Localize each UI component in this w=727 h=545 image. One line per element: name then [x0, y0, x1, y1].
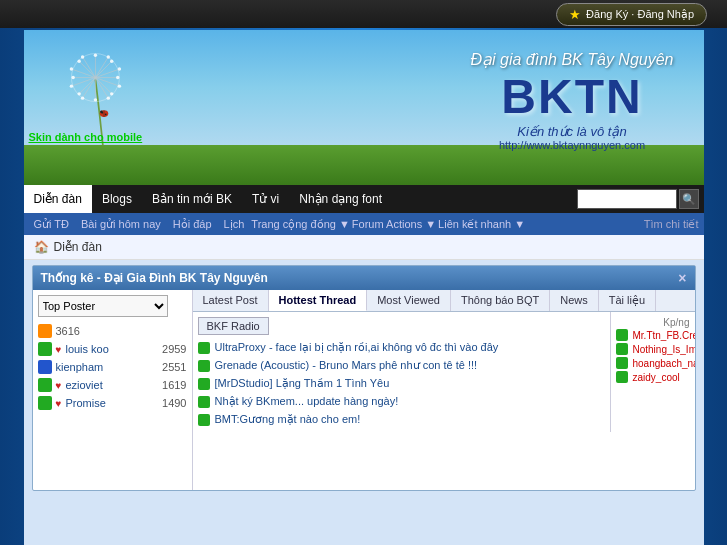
banner-subtitle: Kiến thức là vô tận	[471, 124, 674, 139]
svg-line-10	[95, 78, 119, 87]
poster-row-1: 3616	[38, 322, 187, 340]
subnav-forum-label: Forum Actions ▼	[352, 218, 436, 230]
tab-thong-bao[interactable]: Thông báo BQT	[451, 290, 550, 311]
poster-name-2[interactable]: louis koo	[65, 343, 158, 355]
poster-heart-5: ♥	[56, 398, 62, 409]
tabs-row: Latest Post Hottest Thread Most Viewed T…	[193, 290, 695, 312]
poster-count-5: 1490	[162, 397, 186, 409]
poster-name-4[interactable]: ezioviet	[65, 379, 158, 391]
subnav-trang-label: Trang cộng đồng ▼	[251, 218, 349, 231]
right-name-3: hoangbach_na	[633, 358, 695, 369]
svg-point-26	[117, 84, 120, 87]
subnav-hoi-dap[interactable]: Hỏi đáp	[168, 216, 217, 233]
nav-bar: Diễn đàn Blogs Bản tin mới BK Tử vi Nhận…	[24, 185, 704, 213]
svg-line-13	[82, 57, 95, 78]
star-icon: ★	[569, 7, 581, 22]
tab-tai-lieu[interactable]: Tài liệu	[599, 290, 656, 311]
nav-item-tu-vi[interactable]: Tử vi	[242, 185, 289, 213]
stats-close-button[interactable]: ×	[678, 270, 686, 286]
svg-line-16	[82, 78, 95, 99]
right-icon-3	[616, 357, 628, 369]
svg-line-8	[79, 78, 95, 94]
svg-point-27	[117, 67, 120, 70]
banner-url: http://www.bktaynnguyen.com	[471, 139, 674, 151]
poster-count-2: 2959	[162, 343, 186, 355]
home-icon[interactable]: 🏠	[34, 240, 49, 254]
stats-title: Thống kê - Đại Gia Đình BK Tây Nguyên	[41, 271, 268, 285]
search-input[interactable]	[577, 189, 677, 209]
poster-avatar-2	[38, 342, 52, 356]
tab-latest-post[interactable]: Latest Post	[193, 290, 269, 311]
tab-news[interactable]: News	[550, 290, 599, 311]
tab-content: BKF Radio UltraProxy - face lại bị chặn …	[193, 312, 610, 432]
thread-icon-5	[198, 414, 210, 426]
svg-line-11	[95, 69, 119, 78]
right-name-1: Mr.Ttn_FB.Crew	[633, 330, 695, 341]
right-author-2: Nothing_Is_Impossibl...	[616, 342, 690, 356]
stats-panel: Thống kê - Đại Gia Đình BK Tây Nguyên × …	[32, 265, 696, 491]
svg-point-23	[110, 60, 113, 63]
right-col-label: Kp/ng	[616, 317, 690, 328]
thread-link-4[interactable]: Nhật ký BKmem... update hàng ngày!	[215, 395, 605, 408]
thread-row-4: Nhật ký BKmem... update hàng ngày!	[198, 394, 605, 409]
right-name-2: Nothing_Is_Impossibl...	[633, 344, 695, 355]
subnav-gui-td[interactable]: Gửi TĐ	[29, 216, 75, 233]
thread-list: UltraProxy - face lại bị chặn rồi,ai khô…	[198, 340, 605, 427]
poster-heart-2: ♥	[56, 344, 62, 355]
svg-point-30	[106, 96, 109, 99]
nav-item-dien-dan[interactable]: Diễn đàn	[24, 185, 92, 213]
login-register-label: Đăng Ký · Đăng Nhập	[586, 8, 694, 21]
svg-point-21	[77, 60, 80, 63]
right-panel: Latest Post Hottest Thread Most Viewed T…	[193, 290, 695, 490]
bkf-radio-label[interactable]: BKF Radio	[198, 317, 269, 335]
poster-name-3[interactable]: kienpham	[56, 361, 159, 373]
poster-avatar-4	[38, 378, 52, 392]
thread-row-2: Grenade (Acoustic) - Bruno Mars phê như …	[198, 358, 605, 373]
svg-point-31	[106, 55, 109, 58]
search-button[interactable]: 🔍	[679, 189, 699, 209]
thread-icon-1	[198, 342, 210, 354]
breadcrumb: 🏠 Diễn đàn	[24, 235, 704, 260]
tab-most-viewed[interactable]: Most Viewed	[367, 290, 451, 311]
nav-item-nhan-dang[interactable]: Nhận dạng font	[289, 185, 392, 213]
svg-point-17	[93, 54, 96, 57]
banner-mobile-link[interactable]: Skin dành cho mobile	[29, 131, 143, 143]
top-poster-select[interactable]: Top Poster	[38, 295, 168, 317]
right-author-3: hoangbach_na	[616, 356, 690, 370]
banner-bktn: BKTN	[471, 69, 674, 124]
thread-link-1[interactable]: UltraProxy - face lại bị chặn rồi,ai khô…	[215, 341, 605, 354]
stats-body: Top Poster 3616 ♥ louis koo 2959	[33, 290, 695, 490]
subnav-search-detail[interactable]: Tìm chi tiết	[644, 218, 699, 231]
main-content: Đại gia đình BK Tây Nguyên BKTN Kiến thứ…	[24, 30, 704, 545]
login-register-button[interactable]: ★ Đăng Ký · Đăng Nhập	[556, 3, 707, 26]
svg-point-32	[80, 96, 83, 99]
top-bar: ★ Đăng Ký · Đăng Nhập	[0, 0, 727, 28]
subnav-bai-gui[interactable]: Bài gửi hôm nay	[76, 216, 166, 233]
subnav-trang-cong-dong[interactable]: Trang cộng đồng ▼	[251, 218, 349, 231]
poster-avatar-3	[38, 360, 52, 374]
svg-point-18	[93, 98, 96, 101]
right-name-4: zaidy_cool	[633, 372, 680, 383]
svg-line-6	[95, 78, 111, 94]
poster-count-1: 3616	[56, 325, 80, 337]
nav-item-blogs[interactable]: Blogs	[92, 185, 142, 213]
subnav-lich[interactable]: Lịch	[219, 216, 250, 233]
svg-line-12	[71, 78, 95, 87]
subnav-forum-actions[interactable]: Forum Actions ▼	[352, 218, 436, 230]
subnav-lien-ket[interactable]: Liên kết nhanh ▼	[438, 218, 525, 231]
svg-point-36	[101, 112, 103, 114]
right-icon-4	[616, 371, 628, 383]
svg-point-29	[80, 55, 83, 58]
svg-line-5	[79, 61, 95, 77]
thread-link-2[interactable]: Grenade (Acoustic) - Bruno Mars phê như …	[215, 359, 605, 372]
svg-point-37	[104, 114, 106, 116]
nav-search-area: 🔍	[577, 189, 704, 209]
thread-link-3[interactable]: [MrDStudio] Lặng Thầm 1 Tình Yêu	[215, 377, 605, 390]
right-icon-2	[616, 343, 628, 355]
poster-name-5[interactable]: Promise	[65, 397, 158, 409]
outer-wrapper: ★ Đăng Ký · Đăng Nhập	[0, 0, 727, 545]
tab-hottest-thread[interactable]: Hottest Thread	[269, 290, 368, 311]
thread-link-5[interactable]: BMT:Gương mặt nào cho em!	[215, 413, 605, 426]
nav-item-ban-tin[interactable]: Bản tin mới BK	[142, 185, 242, 213]
right-column: Kp/ng Mr.Ttn_FB.Crew Nothing_Is_Impossib…	[610, 312, 695, 432]
